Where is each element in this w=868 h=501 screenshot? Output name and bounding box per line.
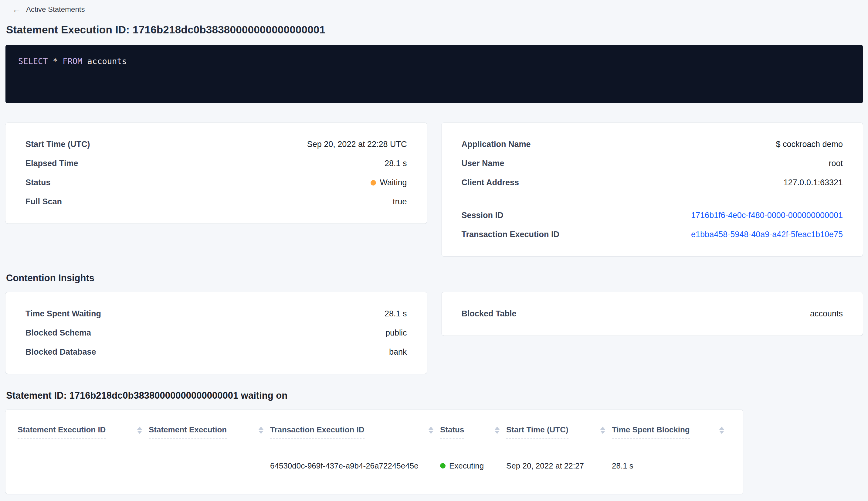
blocked-schema-value: public bbox=[386, 328, 407, 338]
start-time-row: Start Time (UTC) Sep 20, 2022 at 22:28 U… bbox=[25, 135, 407, 154]
blocked-table-row: Blocked Table accounts bbox=[462, 304, 843, 323]
cell-statement-execution-id bbox=[18, 444, 149, 486]
sort-icon[interactable] bbox=[495, 427, 500, 434]
user-name-label: User Name bbox=[462, 159, 504, 168]
start-time-value: Sep 20, 2022 at 22:28 UTC bbox=[307, 140, 407, 149]
blocked-database-label: Blocked Database bbox=[25, 347, 96, 357]
executing-status-dot-icon bbox=[440, 463, 446, 469]
back-arrow-icon: ← bbox=[12, 5, 21, 14]
column-header-statement-execution-id-label: Statement Execution ID bbox=[18, 425, 106, 438]
application-name-value: $ cockroach demo bbox=[776, 140, 843, 149]
cell-start-time: Sep 20, 2022 at 22:27 bbox=[506, 444, 612, 486]
column-header-status-label: Status bbox=[440, 425, 464, 438]
column-header-statement-execution-id[interactable]: Statement Execution ID bbox=[18, 416, 149, 444]
executing-status-badge: Executing bbox=[440, 461, 484, 471]
column-header-start-time-label: Start Time (UTC) bbox=[506, 425, 568, 438]
status-badge: Waiting bbox=[371, 178, 407, 187]
waiting-on-table-card: Statement Execution ID Statement Executi… bbox=[6, 409, 743, 494]
column-header-time-spent-blocking[interactable]: Time Spent Blocking bbox=[612, 416, 731, 444]
status-label: Status bbox=[25, 178, 51, 187]
session-id-label: Session ID bbox=[462, 211, 503, 220]
sql-statement-box: SELECT * FROM accounts bbox=[6, 45, 863, 103]
back-link-label: Active Statements bbox=[26, 5, 85, 14]
table-row: 64530d0c-969f-437e-a9b4-26a72245e45e Exe… bbox=[18, 444, 731, 486]
sort-icon[interactable] bbox=[719, 427, 724, 434]
session-card: Application Name $ cockroach demo User N… bbox=[442, 122, 863, 256]
sort-icon[interactable] bbox=[137, 427, 142, 434]
cell-time-spent-blocking: 28.1 s bbox=[612, 444, 731, 486]
session-id-row: Session ID 1716b1f6-4e0c-f480-0000-00000… bbox=[462, 206, 843, 225]
elapsed-time-row: Elapsed Time 28.1 s bbox=[25, 154, 407, 173]
client-address-row: Client Address 127.0.0.1:63321 bbox=[462, 173, 843, 192]
overview-card: Start Time (UTC) Sep 20, 2022 at 22:28 U… bbox=[6, 122, 427, 223]
application-name-row: Application Name $ cockroach demo bbox=[462, 135, 843, 154]
sql-star: * bbox=[48, 56, 63, 66]
transaction-execution-id-label: Transaction Execution ID bbox=[462, 230, 560, 239]
client-address-value: 127.0.0.1:63321 bbox=[784, 178, 843, 187]
cell-statement-execution bbox=[149, 444, 270, 486]
blocked-schema-row: Blocked Schema public bbox=[25, 323, 407, 342]
elapsed-time-value: 28.1 s bbox=[384, 159, 407, 168]
blocked-database-row: Blocked Database bank bbox=[25, 342, 407, 362]
back-link[interactable]: ← Active Statements bbox=[12, 5, 863, 14]
blocked-database-value: bank bbox=[389, 347, 407, 357]
application-name-label: Application Name bbox=[462, 140, 531, 149]
contention-insights-heading: Contention Insights bbox=[6, 273, 863, 284]
time-spent-waiting-row: Time Spent Waiting 28.1 s bbox=[25, 304, 407, 323]
blocked-schema-label: Blocked Schema bbox=[25, 328, 91, 338]
blocked-table-card: Blocked Table accounts bbox=[442, 292, 863, 335]
sort-icon[interactable] bbox=[428, 427, 433, 434]
column-header-time-spent-blocking-label: Time Spent Blocking bbox=[612, 425, 690, 438]
start-time-label: Start Time (UTC) bbox=[25, 140, 90, 149]
client-address-label: Client Address bbox=[462, 178, 519, 187]
full-scan-row: Full Scan true bbox=[25, 192, 407, 211]
session-card-divider bbox=[462, 199, 843, 199]
user-name-row: User Name root bbox=[462, 154, 843, 173]
transaction-execution-id-link[interactable]: e1bba458-5948-40a9-a42f-5feac1b10e75 bbox=[691, 230, 843, 239]
blocked-table-value: accounts bbox=[810, 309, 843, 319]
waiting-on-heading: Statement ID: 1716b218dc0b38380000000000… bbox=[6, 390, 863, 401]
transaction-execution-id-row: Transaction Execution ID e1bba458-5948-4… bbox=[462, 225, 843, 244]
waiting-status-dot-icon bbox=[371, 180, 376, 185]
column-header-status[interactable]: Status bbox=[440, 416, 506, 444]
blocked-table-label: Blocked Table bbox=[462, 309, 517, 319]
time-spent-waiting-label: Time Spent Waiting bbox=[25, 309, 101, 319]
user-name-value: root bbox=[828, 159, 843, 168]
contention-waiting-card: Time Spent Waiting 28.1 s Blocked Schema… bbox=[6, 292, 427, 374]
elapsed-time-label: Elapsed Time bbox=[25, 159, 78, 168]
full-scan-label: Full Scan bbox=[25, 197, 62, 206]
waiting-on-table: Statement Execution ID Statement Executi… bbox=[18, 416, 731, 486]
sql-keyword-select: SELECT bbox=[18, 56, 48, 66]
column-header-transaction-execution-id[interactable]: Transaction Execution ID bbox=[270, 416, 440, 444]
sql-table-name: accounts bbox=[82, 56, 127, 66]
full-scan-value: true bbox=[393, 197, 407, 206]
cell-transaction-execution-id: 64530d0c-969f-437e-a9b4-26a72245e45e bbox=[270, 444, 440, 486]
table-header-row: Statement Execution ID Statement Executi… bbox=[18, 416, 731, 444]
executing-status-value: Executing bbox=[449, 461, 484, 471]
sort-icon[interactable] bbox=[259, 427, 263, 434]
status-row: Status Waiting bbox=[25, 173, 407, 192]
sort-icon[interactable] bbox=[600, 427, 605, 434]
column-header-start-time[interactable]: Start Time (UTC) bbox=[506, 416, 612, 444]
status-value: Waiting bbox=[380, 178, 407, 187]
statement-execution-page: ← Active Statements Statement Execution … bbox=[0, 0, 868, 494]
session-id-link[interactable]: 1716b1f6-4e0c-f480-0000-000000000001 bbox=[691, 211, 843, 220]
summary-cards-row: Start Time (UTC) Sep 20, 2022 at 22:28 U… bbox=[6, 122, 863, 256]
sql-keyword-from: FROM bbox=[63, 56, 82, 66]
column-header-statement-execution[interactable]: Statement Execution bbox=[149, 416, 270, 444]
cell-status: Executing bbox=[440, 444, 506, 486]
time-spent-waiting-value: 28.1 s bbox=[384, 309, 407, 319]
column-header-statement-execution-label: Statement Execution bbox=[149, 425, 227, 438]
column-header-transaction-execution-id-label: Transaction Execution ID bbox=[270, 425, 365, 438]
contention-cards-row: Time Spent Waiting 28.1 s Blocked Schema… bbox=[6, 292, 863, 374]
page-title: Statement Execution ID: 1716b218dc0b3838… bbox=[6, 24, 863, 36]
